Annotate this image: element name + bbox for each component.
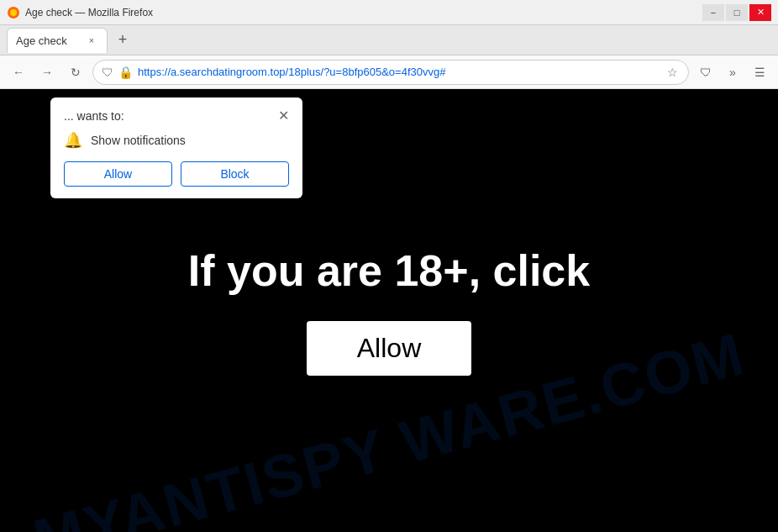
title-bar: Age check — Mozilla Firefox − □ ✕ [0,0,778,25]
popup-header: ... wants to: ✕ [64,109,289,123]
popup-permission: 🔔 Show notifications [64,131,289,150]
notification-popup: ... wants to: ✕ 🔔 Show notifications All… [50,97,302,198]
shield-icon: 🛡 [102,66,113,79]
close-button[interactable]: ✕ [749,4,771,21]
shield-button[interactable]: 🛡 [694,61,718,84]
url-text: https://a.searchdatingroom.top/18plus/?u… [138,66,660,78]
page-headline: If you are 18+, click [188,245,590,296]
popup-block-button[interactable]: Block [181,161,289,187]
firefox-icon [7,6,20,19]
extensions-button[interactable]: » [721,61,744,84]
forward-button[interactable]: → [35,61,59,84]
nav-right: 🛡 » ☰ [694,61,771,84]
tab-bar: Age check × + [0,25,778,55]
nav-bar: ← → ↻ 🛡 🔒 https://a.searchdatingroom.top… [0,55,778,89]
lock-icon: 🔒 [118,66,133,79]
reload-button[interactable]: ↻ [64,61,87,84]
browser-content: MYANTISPY WARE.COM If you are 18+, click… [0,89,778,532]
page-allow-button[interactable]: Allow [307,321,471,376]
bookmark-button[interactable]: ☆ [665,64,680,81]
minimize-button[interactable]: − [702,4,724,21]
tab-label: Age check [16,34,67,47]
new-tab-button[interactable]: + [111,29,134,52]
popup-actions: Allow Block [64,161,289,187]
svg-point-1 [10,9,17,16]
popup-site-text: ... wants to: [64,109,124,123]
bell-icon: 🔔 [64,131,82,150]
maximize-button[interactable]: □ [726,4,748,21]
active-tab[interactable]: Age check × [7,28,108,53]
menu-button[interactable]: ☰ [748,61,771,84]
popup-allow-button[interactable]: Allow [64,161,172,187]
window-controls: − □ ✕ [702,4,771,21]
popup-permission-text: Show notifications [91,134,186,147]
tab-close-button[interactable]: × [85,34,98,47]
popup-close-button[interactable]: ✕ [278,109,289,123]
back-button[interactable]: ← [7,61,30,84]
url-bar[interactable]: 🛡 🔒 https://a.searchdatingroom.top/18plu… [92,60,689,85]
window-title: Age check — Mozilla Firefox [25,7,153,18]
